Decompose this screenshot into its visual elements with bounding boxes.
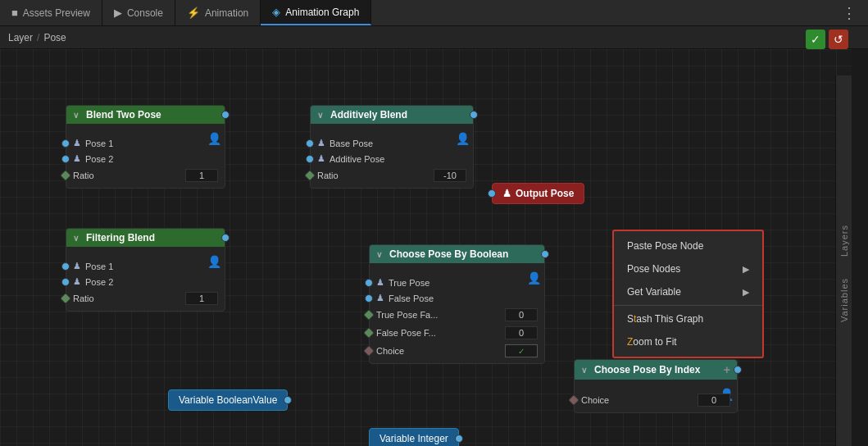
context-menu-pose-nodes[interactable]: Pose Nodes ▶ [614,257,762,280]
context-menu-get-variable[interactable]: Get Variable ▶ [614,280,762,303]
choose-pose-boolean-false-f: False Pose F... 0 [370,324,544,342]
additively-blend-base-port [306,139,314,148]
choose-pose-index-add-icon[interactable]: + [724,363,730,376]
node-variable-integer: Variable Integer [369,428,459,446]
variable-boolean-label: Variable BooleanValue [179,394,277,406]
node-choose-pose-index-title: Choose Pose By Index [594,364,700,375]
choose-pose-boolean-true-fa: True Pose Fa... 0 [370,306,544,324]
breadcrumb-separator: / [37,32,39,43]
zoom-highlight-z: Z [627,336,633,348]
choose-pose-index-choice: Choice 0 [575,391,737,409]
node-choose-pose-boolean-header: ∨ Choose Pose By Boolean [370,245,544,263]
choose-pose-boolean-false-f-value[interactable]: 0 [505,326,538,339]
node-choose-pose-index-header: ∨ Choose Pose By Index + [575,360,737,380]
blend-two-pose-ratio: Ratio 1 [66,166,225,184]
context-menu: Paste Pose Node Pose Nodes ▶ Get Variabl… [612,230,764,358]
confirm-button[interactable]: ✓ [806,30,825,49]
stash-highlight-t: t [634,313,636,325]
variable-boolean-port [284,396,292,404]
node-filtering-blend-title: Filtering Blend [86,232,155,243]
variable-integer-label: Variable Integer [379,433,448,444]
context-menu-stash-this-graph[interactable]: Stash This Graph [614,305,762,330]
additively-blend-ratio: Ratio -10 [311,166,473,184]
breadcrumb: Layer / Pose [0,26,868,49]
filtering-blend-ratio-value[interactable]: 1 [185,292,218,305]
pose-nodes-arrow: ▶ [743,264,749,275]
choose-pose-boolean-choice-port [363,345,375,357]
choose-pose-boolean-false-port [365,294,373,303]
node-additively-blend-title: Additively Blend [330,109,407,121]
node-filtering-blend-header: ∨ Filtering Blend [66,229,225,247]
additively-blend-base: ♟ Base Pose [311,135,473,151]
node-choose-pose-boolean: ∨ Choose Pose By Boolean 👤 ♟ True Pose ♟… [369,244,545,364]
reset-button[interactable]: ↺ [829,30,848,49]
variable-integer-port [455,435,463,443]
context-menu-paste-pose-node[interactable]: Paste Pose Node [614,234,762,257]
filtering-blend-pose1: ♟ Pose 1 [66,258,225,274]
choose-pose-boolean-true-fa-port [363,309,375,321]
node-filtering-blend: ∨ Filtering Blend 👤 ♟ Pose 1 ♟ Pose 2 Ra… [66,228,225,312]
choose-pose-boolean-true-fa-value[interactable]: 0 [505,308,538,321]
tab-animation-graph-label: Animation Graph [285,7,359,18]
tab-assets-preview-label: Assets Preview [23,7,90,19]
blend-two-pose-pose2: ♟ Pose 2 [66,151,225,166]
get-variable-arrow: ▶ [743,287,749,298]
blend-two-pose-pose2-port [61,155,70,163]
tab-assets-preview[interactable]: ■ Assets Preview [0,0,102,25]
blend-two-pose-ratio-port [60,170,71,181]
filtering-blend-pose2: ♟ Pose 2 [66,274,225,289]
node-blend-two-pose: ∨ Blend Two Pose 👤 ♟ Pose 1 ♟ Pose 2 Rat… [66,105,225,189]
side-panel-layers[interactable]: Layers [838,218,851,263]
choose-pose-boolean-true-port [365,279,373,287]
menu-dots-icon[interactable]: ⋮ [835,4,863,22]
node-variable-boolean: Variable BooleanValue [168,389,288,411]
filtering-blend-output-port [221,234,229,242]
additively-blend-additive-port [306,155,314,163]
assets-preview-icon: ■ [11,7,18,19]
animation-icon: ⚡ [187,7,200,19]
pose-nodes-label: Pose Nodes [627,263,680,275]
side-panel: Layers Variables [835,75,852,446]
context-menu-zoom-to-fit[interactable]: Zoom to Fit [614,330,762,353]
canvas-area: ∨ Blend Two Pose 👤 ♟ Pose 1 ♟ Pose 2 Rat… [0,49,852,446]
node-choose-pose-index-body: 👤 Choice 0 [575,380,737,412]
choose-pose-boolean-choice-checkbox[interactable]: ✓ [505,344,538,357]
output-pose-icon: ♟ [502,188,511,199]
animation-graph-icon: ◈ [272,6,280,18]
filtering-blend-ratio: Ratio 1 [66,289,225,307]
choose-pose-index-choice-value[interactable]: 0 [698,394,730,407]
filtering-blend-pose1-port [61,262,70,271]
choose-pose-index-output-port [734,366,742,374]
console-icon: ▶ [114,7,122,19]
breadcrumb-pose: Pose [43,32,66,43]
tab-animation[interactable]: ⚡ Animation [175,0,261,25]
breadcrumb-layer: Layer [8,32,33,43]
additively-blend-additive: ♟ Additive Pose [311,151,473,166]
node-blend-two-pose-title: Blend Two Pose [86,109,161,121]
tab-animation-label: Animation [205,7,248,19]
tab-console[interactable]: ▶ Console [102,0,175,25]
filtering-blend-pose2-port [61,278,70,286]
node-output-pose: ♟ Output Pose [492,183,584,204]
node-blend-two-pose-header: ∨ Blend Two Pose [66,106,225,124]
node-blend-two-pose-body: 👤 ♟ Pose 1 ♟ Pose 2 Ratio 1 [66,124,225,188]
choose-pose-boolean-output-port [541,250,549,258]
additively-blend-ratio-port [304,170,316,181]
stash-this-graph-label: Stash This Graph [627,313,703,325]
filtering-blend-ratio-port [60,293,71,304]
blend-two-pose-ratio-value[interactable]: 1 [185,169,218,182]
choose-pose-boolean-false-f-port [363,327,375,339]
node-choose-pose-index: ∨ Choose Pose By Index + 👤 Choice 0 [574,359,738,413]
output-pose-label: Output Pose [516,188,574,199]
node-choose-pose-boolean-body: 👤 ♟ True Pose ♟ False Pose True Pose Fa.… [370,263,544,363]
tab-animation-graph[interactable]: ◈ Animation Graph [261,0,371,25]
get-variable-label: Get Variable [627,286,681,298]
choose-pose-boolean-false: ♟ False Pose [370,290,544,306]
tab-bar: ■ Assets Preview ▶ Console ⚡ Animation ◈… [0,0,868,26]
side-panel-variables[interactable]: Variables [838,271,851,329]
output-pose-port [488,189,496,198]
node-additively-blend-header: ∨ Additively Blend [311,106,473,124]
choose-pose-index-choice-port [568,394,579,406]
additively-blend-ratio-value[interactable]: -10 [434,169,466,182]
choose-pose-boolean-choice: Choice ✓ [370,342,544,360]
